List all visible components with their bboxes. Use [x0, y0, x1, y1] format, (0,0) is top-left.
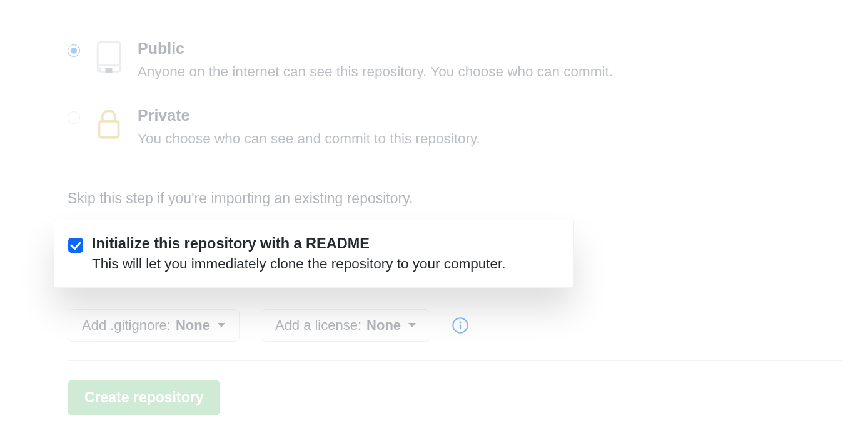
visibility-public-row: Public Anyone on the internet can see th… — [68, 39, 843, 83]
readme-title: Initialize this repository with a README — [92, 235, 506, 252]
svg-point-2 — [460, 321, 462, 323]
gitignore-value: None — [176, 317, 210, 334]
visibility-private-title: Private — [138, 106, 480, 125]
visibility-private-row: Private You choose who can see and commi… — [68, 106, 843, 150]
divider — [68, 175, 843, 175]
info-icon[interactable] — [452, 317, 469, 334]
svg-rect-0 — [99, 121, 118, 138]
license-value: None — [366, 317, 401, 334]
readme-card: Initialize this repository with a README… — [54, 220, 574, 288]
visibility-private-radio[interactable] — [68, 111, 80, 124]
visibility-private-desc: You choose who can see and commit to thi… — [138, 128, 480, 150]
gitignore-label: Add .gitignore: — [82, 317, 171, 334]
divider — [68, 14, 843, 14]
visibility-public-desc: Anyone on the internet can see this repo… — [138, 61, 613, 83]
license-label: Add a license: — [275, 317, 361, 334]
divider — [68, 360, 843, 361]
chevron-down-icon — [408, 323, 416, 327]
gitignore-dropdown[interactable]: Add .gitignore: None — [68, 309, 240, 342]
repo-icon — [94, 39, 124, 73]
skip-step-text: Skip this step if you're importing an ex… — [68, 190, 843, 207]
visibility-public-title: Public — [138, 39, 613, 58]
chevron-down-icon — [218, 323, 225, 327]
readme-desc: This will let you immediately clone the … — [92, 256, 506, 272]
dropdown-row: Add .gitignore: None Add a license: None — [68, 309, 843, 342]
visibility-public-radio[interactable] — [68, 44, 80, 57]
create-repository-button[interactable]: Create repository — [68, 380, 220, 415]
readme-checkbox[interactable] — [68, 238, 83, 253]
svg-rect-3 — [460, 324, 461, 329]
license-dropdown[interactable]: Add a license: None — [261, 309, 430, 342]
lock-icon — [94, 106, 124, 141]
